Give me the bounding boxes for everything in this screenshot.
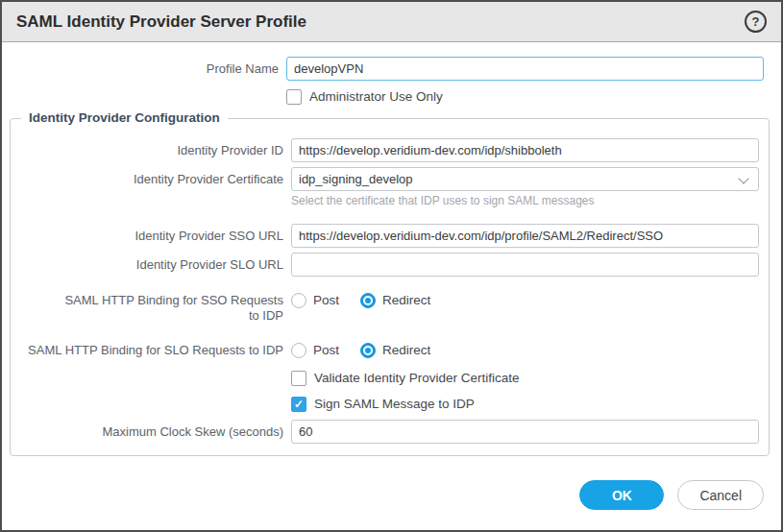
sso-binding-post-radio[interactable]: Post [291,293,339,308]
idp-id-input[interactable] [291,138,759,162]
saml-idp-server-profile-dialog: SAML Identity Provider Server Profile ? … [0,0,783,532]
sso-url-input[interactable] [291,224,759,248]
profile-name-input[interactable] [286,57,764,81]
profile-name-row: Profile Name [2,57,781,81]
sso-binding-redirect-radio[interactable]: Redirect [360,293,430,308]
sign-saml-row: ✓ Sign SAML Message to IDP [11,397,759,412]
sso-binding-label: SAML HTTP Binding for SSO Requests to ID… [11,293,291,324]
radio-icon[interactable] [291,343,306,358]
radio-selected-icon[interactable] [360,343,376,358]
idp-id-row: Identity Provider ID [11,138,759,162]
slo-url-input[interactable] [291,253,759,277]
administrator-use-only-checkbox[interactable]: Administrator Use Only [286,89,443,105]
administrator-use-only-label: Administrator Use Only [309,89,443,105]
checkbox-icon[interactable] [291,371,306,386]
identity-provider-configuration-group: Identity Provider Configuration Identity… [10,118,770,456]
radio-icon[interactable] [291,293,306,308]
admin-use-only-row: Administrator Use Only [2,89,781,105]
checkbox-checked-icon[interactable]: ✓ [291,397,306,412]
dialog-titlebar: SAML Identity Provider Server Profile ? [2,2,781,42]
idp-certificate-help-text: Select the certificate that IDP uses to … [291,194,595,207]
dialog-footer: OK Cancel [2,480,781,530]
validate-idp-certificate-label: Validate Identity Provider Certificate [314,371,520,386]
clock-skew-label: Maximum Clock Skew (seconds) [11,424,291,440]
slo-binding-label: SAML HTTP Binding for SLO Requests to ID… [11,343,291,358]
dialog-body: Profile Name Administrator Use Only Iden… [2,42,781,530]
slo-binding-row: SAML HTTP Binding for SLO Requests to ID… [11,343,759,358]
slo-url-label: Identity Provider SLO URL [11,257,291,273]
idp-id-label: Identity Provider ID [11,143,291,158]
validate-cert-row: Validate Identity Provider Certificate [11,371,759,386]
checkmark-icon: ✓ [294,399,304,410]
clock-skew-input[interactable] [291,420,759,444]
sign-saml-message-label: Sign SAML Message to IDP [314,397,475,412]
sign-saml-message-checkbox[interactable]: ✓ Sign SAML Message to IDP [291,397,475,412]
idp-certificate-value: idp_signing_develop [299,172,413,186]
slo-binding-redirect-radio[interactable]: Redirect [360,343,430,358]
validate-idp-certificate-checkbox[interactable]: Validate Identity Provider Certificate [291,371,520,386]
idp-certificate-row: Identity Provider Certificate idp_signin… [11,167,759,191]
profile-name-label: Profile Name [2,61,286,77]
help-icon[interactable]: ? [745,11,767,33]
cancel-button[interactable]: Cancel [677,480,764,510]
idp-certificate-select[interactable]: idp_signing_develop [291,167,759,191]
checkbox-icon[interactable] [286,89,302,105]
group-title: Identity Provider Configuration [21,110,228,125]
dialog-title: SAML Identity Provider Server Profile [16,12,306,32]
radio-selected-icon[interactable] [360,293,376,308]
slo-url-row: Identity Provider SLO URL [11,253,759,277]
idp-certificate-label: Identity Provider Certificate [11,172,291,187]
clock-skew-row: Maximum Clock Skew (seconds) [11,420,759,444]
sso-binding-row: SAML HTTP Binding for SSO Requests to ID… [11,293,759,324]
ok-button[interactable]: OK [579,480,664,510]
sso-url-label: Identity Provider SSO URL [11,229,291,244]
chevron-down-icon [738,173,748,183]
slo-binding-post-radio[interactable]: Post [291,343,339,358]
sso-url-row: Identity Provider SSO URL [11,224,759,248]
idp-certificate-help-row: Select the certificate that IDP uses to … [11,194,759,207]
